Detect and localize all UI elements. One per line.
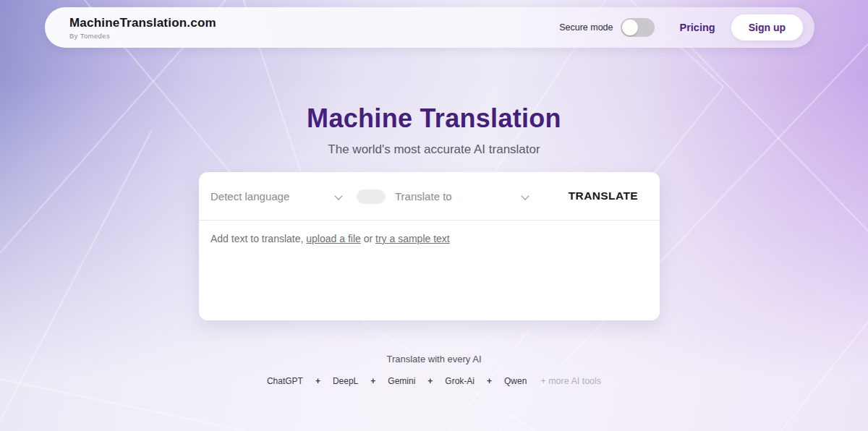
placeholder-or: or (361, 233, 375, 244)
upload-file-link[interactable]: upload a file (306, 233, 361, 244)
page-subtitle: The world's most accurate AI translator (0, 142, 868, 157)
sample-text-link[interactable]: try a sample text (375, 233, 450, 244)
ai-tools-row: ChatGPT + DeepL + Gemini + Grok-Ai + Qwe… (0, 376, 868, 386)
language-bar: Detect language Translate to TRANSLATE (199, 172, 660, 221)
more-ai-tools-label: + more AI tools (540, 376, 601, 386)
plus-separator: + (487, 376, 492, 386)
secure-mode-toggle[interactable] (621, 18, 655, 37)
footer-tagline: Translate with every AI (0, 354, 868, 364)
ai-tool-qwen: Qwen (504, 376, 527, 386)
header-bar: MachineTranslation.com By Tomedes Secure… (45, 7, 814, 48)
placeholder-prefix: Add text to translate, (210, 233, 306, 244)
ai-tool-gemini: Gemini (388, 376, 415, 386)
target-language-selector[interactable]: Translate to (395, 190, 452, 202)
ai-tool-deepl: DeepL (333, 376, 358, 386)
target-flag-skeleton (357, 189, 386, 204)
chevron-down-icon[interactable] (521, 192, 529, 200)
source-language-selector[interactable]: Detect language (210, 190, 289, 202)
chevron-down-icon[interactable] (334, 192, 342, 200)
header-actions: Secure mode Pricing Sign up (559, 14, 803, 40)
secure-mode-label: Secure mode (559, 22, 613, 33)
page-title: Machine Translation (0, 103, 868, 134)
translate-button[interactable]: TRANSLATE (569, 172, 638, 220)
page-background: MachineTranslation.com By Tomedes Secure… (0, 0, 868, 431)
toggle-knob (622, 20, 638, 35)
ai-tool-grok: Grok-Ai (445, 376, 475, 386)
translator-card: Detect language Translate to TRANSLATE A… (199, 172, 660, 320)
plus-separator: + (427, 376, 433, 386)
signup-button[interactable]: Sign up (731, 14, 803, 40)
pricing-link[interactable]: Pricing (680, 22, 715, 33)
plus-separator: + (370, 376, 375, 386)
plus-separator: + (315, 376, 320, 386)
logo-subtitle: By Tomedes (69, 32, 216, 40)
source-text-area[interactable]: Add text to translate, upload a file or … (199, 221, 660, 320)
text-area-placeholder: Add text to translate, upload a file or … (210, 233, 648, 244)
ai-tool-chatgpt: ChatGPT (267, 376, 303, 386)
logo[interactable]: MachineTranslation.com By Tomedes (69, 16, 216, 40)
logo-title: MachineTranslation.com (69, 16, 216, 30)
